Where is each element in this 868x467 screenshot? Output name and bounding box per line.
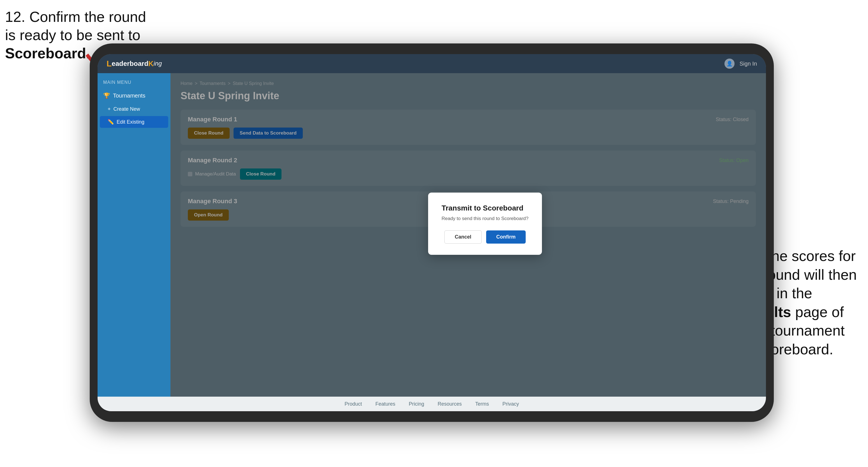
modal-actions: Cancel Confirm — [441, 230, 528, 244]
logo-eaderboard: eaderboard — [112, 60, 148, 67]
plus-icon: + — [108, 106, 111, 112]
logo-ing: ing — [154, 60, 162, 67]
logo-letter-l: L — [106, 59, 112, 68]
trophy-icon: 🏆 — [103, 92, 110, 99]
tablet-screen: L eaderboard K ing 👤 Sign In MAIN MENU 🏆… — [98, 54, 766, 411]
logo-letter-k: K — [148, 59, 154, 68]
modal-box: Transmit to Scoreboard Ready to send thi… — [428, 193, 542, 255]
sidebar-item-edit-existing[interactable]: ✏️ Edit Existing — [100, 116, 168, 128]
footer: Product Features Pricing Resources Terms… — [98, 397, 766, 411]
edit-icon: ✏️ — [108, 119, 114, 125]
main-menu-label: MAIN MENU — [98, 80, 170, 88]
modal-confirm-button[interactable]: Confirm — [486, 230, 526, 244]
tablet-shell: L eaderboard K ing 👤 Sign In MAIN MENU 🏆… — [90, 43, 774, 422]
modal-subtitle: Ready to send this round to Scoreboard? — [441, 216, 528, 221]
footer-link-features[interactable]: Features — [375, 401, 395, 407]
modal-title: Transmit to Scoreboard — [441, 204, 528, 213]
main-content: MAIN MENU 🏆 Tournaments + Create New ✏️ … — [98, 73, 766, 397]
edit-existing-label: Edit Existing — [117, 119, 145, 125]
sign-in-button[interactable]: Sign In — [740, 61, 757, 67]
instruction-line1: 12. Confirm the round — [5, 9, 146, 25]
create-new-label: Create New — [114, 106, 140, 112]
sidebar: MAIN MENU 🏆 Tournaments + Create New ✏️ … — [98, 73, 170, 397]
modal-cancel-button[interactable]: Cancel — [444, 230, 482, 244]
sidebar-item-create-new[interactable]: + Create New — [98, 103, 170, 116]
logo-area: L eaderboard K ing — [106, 59, 162, 68]
modal-overlay: Transmit to Scoreboard Ready to send thi… — [170, 73, 766, 397]
page-content: Home > Tournaments > State U Spring Invi… — [170, 73, 766, 397]
footer-link-privacy[interactable]: Privacy — [502, 401, 519, 407]
instruction-line2: is ready to be sent to — [5, 27, 141, 43]
sidebar-item-tournaments[interactable]: 🏆 Tournaments — [98, 88, 170, 103]
footer-link-terms[interactable]: Terms — [475, 401, 489, 407]
tournaments-label: Tournaments — [113, 93, 146, 99]
footer-link-product[interactable]: Product — [345, 401, 362, 407]
user-avatar-icon[interactable]: 👤 — [724, 59, 735, 69]
nav-right: 👤 Sign In — [724, 59, 757, 69]
footer-link-pricing[interactable]: Pricing — [409, 401, 424, 407]
instruction-line3: Scoreboard. — [5, 45, 90, 61]
footer-link-resources[interactable]: Resources — [438, 401, 462, 407]
top-nav: L eaderboard K ing 👤 Sign In — [98, 54, 766, 73]
